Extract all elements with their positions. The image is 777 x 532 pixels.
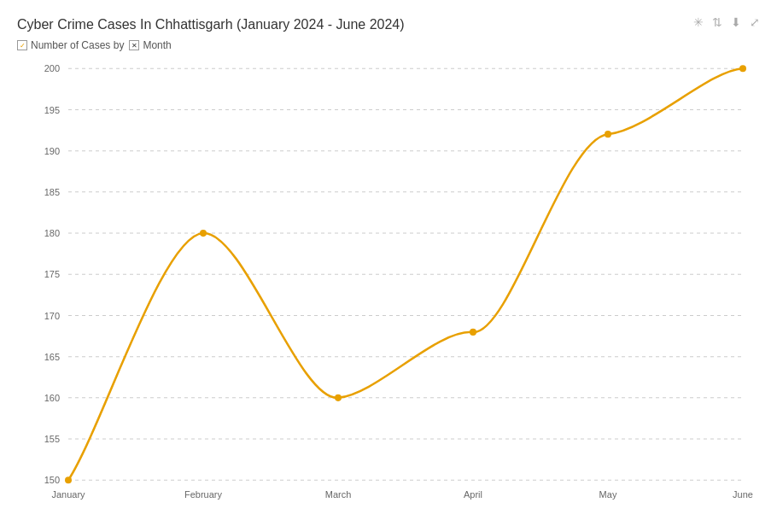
legend-x-label: Month <box>143 39 171 51</box>
y-label-165: 165 <box>44 352 60 362</box>
y-label-200: 200 <box>44 63 60 73</box>
chart-toolbar: ✳ ⇅ ⬇ ⤢ <box>693 15 760 29</box>
legend-x-checkbox[interactable]: ✕ <box>129 40 139 50</box>
datapoint-june <box>739 65 746 72</box>
datapoint-february <box>200 230 207 237</box>
y-label-150: 150 <box>44 475 60 485</box>
y-label-190: 190 <box>44 146 60 156</box>
x-label-april: April <box>464 489 482 500</box>
x-label-january: January <box>51 489 85 500</box>
legend-y-checkbox[interactable]: ✓ <box>17 40 27 50</box>
x-label-june: June <box>733 489 753 500</box>
fullscreen-icon[interactable]: ⤢ <box>750 15 760 29</box>
datapoint-may <box>605 131 611 137</box>
y-label-175: 175 <box>44 269 60 279</box>
filter-icon[interactable]: ⇅ <box>712 15 722 29</box>
download-icon[interactable]: ⬇ <box>731 15 741 29</box>
y-label-185: 185 <box>44 187 60 197</box>
x-label-march: March <box>325 489 352 500</box>
x-label-february: February <box>184 489 222 500</box>
chart-svg: 200 195 190 185 180 175 170 165 160 155 … <box>17 60 760 506</box>
legend-y-label: Number of Cases by <box>31 39 124 51</box>
y-label-180: 180 <box>44 228 60 238</box>
sparkle-icon[interactable]: ✳ <box>693 15 704 29</box>
datapoint-january <box>65 476 72 483</box>
datapoint-april <box>470 329 476 336</box>
chart-container: Cyber Crime Cases In Chhattisgarh (Janua… <box>0 0 777 532</box>
legend-y-item: ✓ Number of Cases by <box>17 39 124 51</box>
y-label-195: 195 <box>44 104 60 114</box>
y-label-160: 160 <box>44 393 60 403</box>
chart-title: Cyber Crime Cases In Chhattisgarh (Janua… <box>17 17 760 32</box>
x-label-may: May <box>599 489 617 500</box>
y-label-170: 170 <box>44 310 60 320</box>
legend-x-item: ✕ Month <box>129 39 171 51</box>
chart-legend: ✓ Number of Cases by ✕ Month <box>17 39 760 51</box>
y-label-155: 155 <box>44 434 60 444</box>
datapoint-march <box>335 395 342 401</box>
